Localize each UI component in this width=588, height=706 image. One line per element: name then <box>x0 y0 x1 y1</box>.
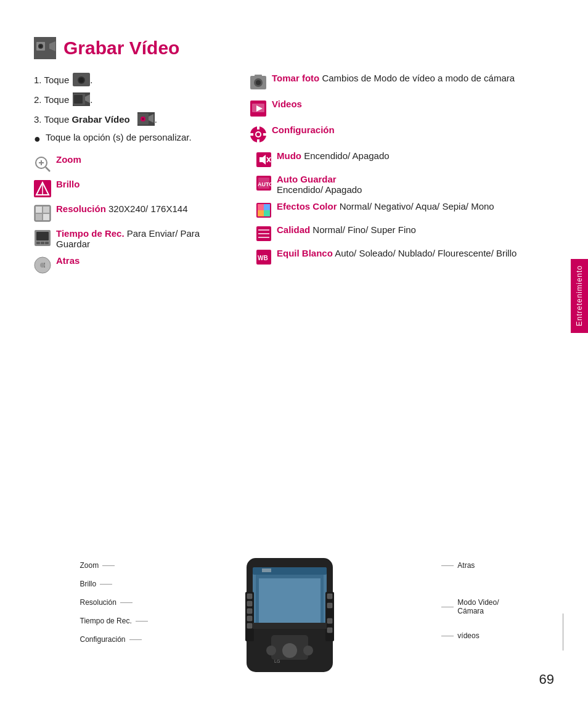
svg-text:AUTO: AUTO <box>258 181 272 187</box>
svg-text:LG: LG <box>274 659 280 663</box>
svg-point-71 <box>282 643 297 658</box>
diag-modo-video-text: Modo Video/Cámara <box>457 598 499 615</box>
svg-point-4 <box>39 45 42 47</box>
diagram-left-labels: Zoom Brillo Resolución Tiempo de Rec. Co… <box>80 561 148 644</box>
diag-videos-line-left <box>441 636 454 636</box>
diag-config-label: Configuración <box>80 635 148 644</box>
diag-zoom-label: Zoom <box>80 561 148 570</box>
svg-rect-82 <box>247 616 252 621</box>
bullet-text: Toque la opción (s) de personalizar. <box>46 132 192 142</box>
configuracion-label: Configuración <box>272 125 335 135</box>
svg-rect-58 <box>264 204 270 210</box>
calidad-text: Calidad Normal/ Fino/ Super Fino <box>277 224 416 235</box>
svg-rect-45 <box>257 126 259 129</box>
diag-config-text: Configuración <box>80 635 126 644</box>
diag-videos-right-text: vídeos <box>457 631 479 640</box>
configuracion-feature-icon <box>250 126 267 143</box>
svg-point-72 <box>266 646 276 655</box>
step-1-text: 1. Toque <box>34 75 69 85</box>
auto-guardar-text: Auto Guardar Encendido/ Apagado <box>277 174 362 195</box>
bullet-item: ● Toque la opción (s) de personalizar. <box>34 132 231 146</box>
step-1-icon <box>73 73 90 86</box>
sub-mudo: Mudo Encendido/ Apagado <box>256 150 554 168</box>
diag-zoom-line <box>102 565 115 566</box>
step-2: 2. Toque . <box>34 92 231 106</box>
atras-icon <box>34 257 51 274</box>
svg-rect-76 <box>259 578 321 625</box>
svg-rect-83 <box>247 623 252 628</box>
svg-marker-1 <box>49 41 55 51</box>
diag-resolucion-text: Resolución <box>80 598 116 607</box>
feature-brillo: Brillo <box>34 179 231 197</box>
svg-rect-31 <box>41 242 44 244</box>
feature-zoom: Zoom <box>34 154 231 173</box>
diag-modo-video-label: Modo Video/Cámara <box>441 598 499 615</box>
diag-tiempo-label: Tiempo de Rec. <box>80 617 148 625</box>
videos-icon <box>250 100 267 117</box>
svg-rect-24 <box>36 207 42 213</box>
bottom-diagram: US Cellular <box>34 552 545 688</box>
svg-point-34 <box>40 263 45 268</box>
step-3: 3. Toque Grabar Vídeo . <box>34 112 231 126</box>
diag-brillo-text: Brillo <box>80 580 97 588</box>
svg-rect-32 <box>45 242 49 244</box>
diag-modo-video-line-left <box>441 607 454 607</box>
diag-resolucion-line <box>120 602 133 603</box>
svg-point-37 <box>256 80 261 85</box>
diag-brillo-line <box>100 584 112 585</box>
tiempo-text: Tiempo de Rec. Para Enviar/ Para Guardar <box>56 228 231 249</box>
mudo-icon <box>256 152 272 168</box>
svg-rect-29 <box>36 232 49 240</box>
page-title: Grabar Vídeo <box>63 38 179 59</box>
efectos-color-text: Efectos Color Normal/ Negativo/ Aqua/ Se… <box>277 201 494 211</box>
diag-videos-label: vídeos <box>441 631 499 640</box>
auto-guardar-sub-icon: AUTO <box>256 175 272 191</box>
sub-calidad: Calidad Normal/ Fino/ Super Fino <box>256 224 554 242</box>
right-column: Tomar foto Cambios de Modo de vídeo a mo… <box>250 73 554 280</box>
svg-rect-84 <box>325 592 334 641</box>
step-1-period: . <box>90 75 92 85</box>
videos-feature-icon <box>250 100 267 117</box>
brillo-feature-icon <box>34 180 51 197</box>
zoom-label: Zoom <box>56 154 81 165</box>
svg-rect-57 <box>258 204 264 210</box>
svg-rect-30 <box>36 242 40 244</box>
step-2-period: . <box>90 94 92 105</box>
svg-rect-81 <box>247 609 252 614</box>
tiempo-icon <box>34 229 51 247</box>
resolucion-icon <box>34 205 51 222</box>
phone-image: US Cellular <box>228 555 351 678</box>
phone-svg: US Cellular <box>228 555 351 678</box>
svg-rect-59 <box>258 210 264 216</box>
svg-rect-27 <box>43 214 49 220</box>
record-video-icon <box>137 112 155 126</box>
equil-blanco-icon: WB <box>256 249 272 265</box>
svg-rect-25 <box>43 207 49 213</box>
svg-point-44 <box>256 133 260 136</box>
svg-rect-86 <box>327 603 332 608</box>
svg-marker-13 <box>149 114 153 123</box>
svg-rect-48 <box>263 133 266 136</box>
feature-tomar-foto: Tomar foto Cambios de Modo de vídeo a mo… <box>250 73 554 91</box>
efectos-color-icon <box>256 202 272 218</box>
svg-rect-87 <box>327 618 332 623</box>
feature-atras: Atras <box>34 255 231 274</box>
diag-atras-line-left <box>441 565 454 566</box>
step-2-text: 2. Toque <box>34 94 69 105</box>
diagram-container: US Cellular <box>80 552 499 681</box>
two-col-layout: 1. Toque . 2. Toque <box>34 73 554 280</box>
configuracion-icon <box>250 126 267 143</box>
svg-text:WB: WB <box>258 255 268 261</box>
step-2-icon <box>73 92 90 106</box>
feature-resolucion: Resolución 320X240/ 176X144 <box>34 203 231 222</box>
side-line <box>563 614 563 651</box>
resolucion-feature-icon <box>34 205 51 222</box>
feature-videos: Videos <box>250 99 554 117</box>
svg-rect-26 <box>36 214 42 220</box>
atras-label: Atras <box>56 255 80 266</box>
resolucion-text: Resolución 320X240/ 176X144 <box>56 203 187 214</box>
diag-config-line <box>129 639 142 640</box>
bullet-dot: ● <box>34 133 41 146</box>
left-column: 1. Toque . 2. Toque <box>34 73 231 280</box>
sub-equil-blanco: WB Equil Blanco Auto/ Soleado/ Nublado/ … <box>256 248 554 265</box>
